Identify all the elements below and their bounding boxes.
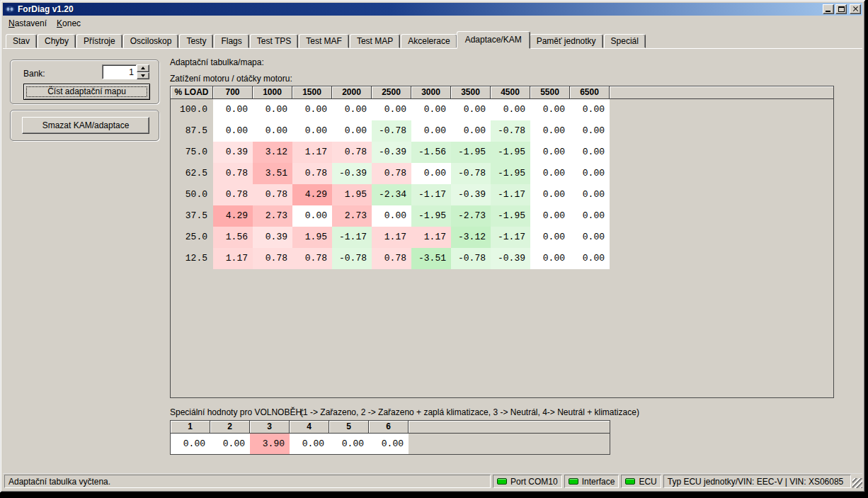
tab-chyby[interactable]: Chyby	[38, 34, 76, 48]
led-icon	[497, 478, 507, 485]
adaptation-cell: -1.17	[332, 227, 372, 248]
adaptation-cell: 0.00	[451, 120, 491, 142]
tab-pam-jednotky[interactable]: Paměť jednotky	[530, 34, 603, 48]
adaptation-table: % LOAD7001000150020002500300035004500550…	[170, 86, 834, 398]
tab-testy[interactable]: Testy	[179, 34, 213, 48]
ecu-info-panel: Typ ECU jednotky/VIN: EEC-V | VIN: XS060…	[663, 475, 851, 488]
adaptation-cell: 4.29	[213, 205, 253, 227]
led-icon	[625, 478, 635, 485]
adaptation-cell: 0.78	[332, 142, 372, 163]
tab-flags[interactable]: Flags	[214, 34, 249, 48]
read-adaptation-map-button[interactable]: Číst adaptační mapu	[23, 84, 150, 100]
adaptation-cell: 1.95	[332, 184, 372, 205]
app-icon[interactable]	[4, 4, 16, 14]
header-filler	[610, 86, 833, 99]
menu-item-konec[interactable]: Konec	[52, 17, 86, 30]
tab-bar: StavChybyPřístrojeOsciloskopTestyFlagsTe…	[3, 31, 862, 48]
gear-column-header: 5	[329, 421, 369, 434]
bank-stepper	[102, 64, 149, 79]
indicator-interface: Interface	[564, 475, 619, 488]
adaptation-cell: -2.34	[372, 184, 411, 205]
adaptation-cell: 1.56	[213, 227, 253, 248]
adaptation-cell: 0.00	[530, 120, 570, 142]
load-row-header: 37.5	[171, 205, 213, 227]
bank-input[interactable]	[102, 64, 137, 79]
axis-description-label: Zatížení motoru / otáčky motoru:	[170, 74, 292, 84]
adaptation-cell: 0.00	[570, 184, 610, 205]
window-title: ForDiag v1.20	[18, 4, 821, 14]
adaptation-table-body: 100.00.000.000.000.000.000.000.000.000.0…	[171, 99, 833, 269]
adaptation-cell: -1.95	[451, 142, 491, 163]
load-corner-header: % LOAD	[171, 86, 213, 99]
bank-groupbox: Bank: Číst adaptační mapu	[10, 60, 159, 104]
adaptation-cell: -1.17	[491, 184, 530, 205]
rpm-column-header: 6500	[570, 86, 610, 99]
adaptation-cell: -0.78	[491, 120, 530, 142]
tab-speci-l[interactable]: Speciál	[604, 34, 646, 48]
indicator-ecu: ECU	[621, 475, 661, 488]
adaptation-cell: 0.00	[292, 120, 332, 142]
clear-kam-button[interactable]: Smazat KAM/adaptace	[22, 117, 149, 134]
menu-item-nastaveni[interactable]: Nastavení	[4, 17, 52, 30]
tab-adaptace-kam[interactable]: Adaptace/KAM	[457, 31, 530, 49]
adaptation-cell: -1.17	[491, 227, 530, 248]
adaptation-cell: 0.00	[570, 227, 610, 248]
status-bar: Adaptační tabulka vyčtena. Port COM10Int…	[3, 473, 862, 489]
adaptation-cell: -0.39	[451, 184, 491, 205]
bank-label: Bank:	[23, 69, 45, 79]
table-row: 37.54.292.730.002.730.00-1.95-2.73-1.950…	[171, 205, 833, 227]
gear-column-header: 3	[250, 421, 290, 434]
tab-stav[interactable]: Stav	[6, 34, 37, 48]
tab-test-map[interactable]: Test MAP	[350, 34, 400, 48]
idle-row-filler	[409, 434, 610, 454]
adaptation-cell: 0.00	[570, 205, 610, 227]
table-row: 62.50.783.510.78-0.390.780.00-0.78-1.950…	[171, 163, 833, 184]
maximize-button[interactable]	[835, 4, 847, 14]
spinner-down-button[interactable]	[137, 72, 149, 80]
adaptation-cell: 4.29	[292, 184, 332, 205]
indicator-port-com10: Port COM10	[493, 475, 562, 488]
idle-header-filler	[409, 421, 610, 434]
table-row: 12.51.170.780.78-0.780.78-3.51-0.78-0.39…	[171, 248, 833, 269]
adaptation-cell: -0.78	[372, 120, 411, 142]
tab-test-tps[interactable]: Test TPS	[250, 34, 298, 48]
load-row-header: 87.5	[171, 120, 213, 142]
table-row: 87.50.000.000.000.00-0.780.000.00-0.780.…	[171, 120, 833, 142]
idle-cell: 0.00	[290, 434, 329, 454]
adaptation-cell: -2.73	[451, 205, 491, 227]
idle-cell: 0.00	[369, 434, 409, 454]
title-bar[interactable]: ForDiag v1.20	[3, 3, 862, 16]
tab-test-maf[interactable]: Test MAF	[299, 34, 349, 48]
rpm-column-header: 1000	[253, 86, 292, 99]
adaptation-cell: 1.95	[292, 227, 332, 248]
rpm-column-header: 4500	[491, 86, 530, 99]
idle-table-row: 0.000.003.900.000.000.00	[171, 434, 610, 454]
table-row: 50.00.780.784.291.95-2.34-1.17-0.39-1.17…	[171, 184, 833, 205]
tab-akcelerace[interactable]: Akcelerace	[401, 34, 457, 48]
idle-cell: 3.90	[250, 434, 290, 454]
adaptation-cell: 0.00	[411, 99, 451, 120]
idle-values-label: Speciální hodnoty pro VOLNOBĚH:	[170, 407, 304, 417]
indicator-label: Interface	[582, 477, 615, 487]
app-window: ForDiag v1.20 Nastavení Konec StavChybyP…	[0, 0, 865, 492]
adaptation-cell: -1.17	[411, 184, 451, 205]
adaptation-cell: 0.78	[292, 163, 332, 184]
resize-grip-icon[interactable]	[852, 478, 862, 488]
tab-osciloskop[interactable]: Osciloskop	[123, 34, 179, 48]
spinner-up-button[interactable]	[137, 64, 149, 72]
load-row-header: 75.0	[171, 142, 213, 163]
adaptation-cell: 0.00	[253, 99, 292, 120]
rpm-column-header: 5500	[530, 86, 570, 99]
close-button[interactable]	[850, 4, 861, 14]
minimize-button[interactable]	[823, 4, 834, 14]
adaptation-cell: -3.51	[411, 248, 451, 269]
gear-column-header: 6	[369, 421, 409, 434]
adaptation-cell: 0.00	[530, 227, 570, 248]
adaptation-cell: 0.78	[372, 248, 411, 269]
load-row-header: 100.0	[171, 99, 213, 120]
adaptation-cell: 0.39	[213, 142, 253, 163]
adaptation-cell: 0.78	[213, 184, 253, 205]
adaptation-cell: -1.56	[411, 142, 451, 163]
adaptation-cell: 3.51	[253, 163, 292, 184]
tab-p-stroje[interactable]: Přístroje	[76, 34, 122, 48]
